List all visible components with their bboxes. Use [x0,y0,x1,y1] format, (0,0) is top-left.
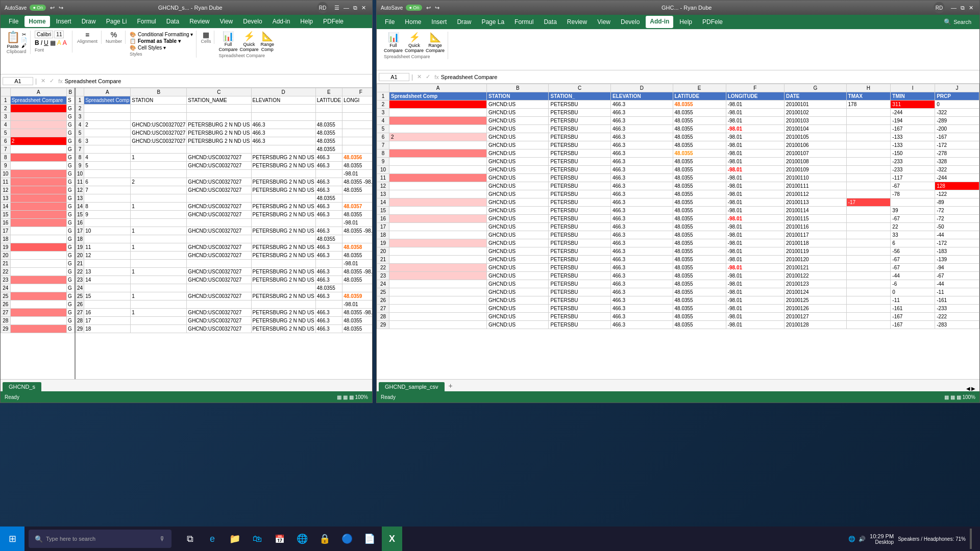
right-cell-i11[interactable]: -117 [891,174,935,182]
menu-data-right[interactable]: Data [540,16,560,28]
inner-cell-d15[interactable]: PETERSBURG 2 N ND US [251,211,315,219]
left-outer-row[interactable]: 23G [1,276,75,284]
left-outer-row[interactable]: 11G [1,178,75,186]
right-cell-g6[interactable]: 20100105 [785,133,847,141]
right-cell-j13[interactable]: -122 [935,190,979,198]
inner-cell-b16[interactable] [131,219,187,227]
right-cell-f2[interactable]: -98.01 [726,101,784,109]
right-cell-h19[interactable] [846,239,891,247]
right-cell-e4[interactable]: 48.0355 [673,117,726,125]
inner-cell-a8[interactable]: 4 [84,154,131,162]
left-outer-cell-a[interactable] [10,203,66,211]
right-cell-j27[interactable]: -233 [935,305,979,313]
right-cell-f6[interactable]: -98.01 [726,133,784,141]
right-cell-h5[interactable] [846,125,891,133]
right-cell-i29[interactable]: -167 [891,321,935,329]
right-cell-g22[interactable]: 20100121 [785,264,847,272]
right-cell-c14[interactable]: PETERSBU [549,198,611,207]
right-cell-d15[interactable]: 466.3 [610,207,673,215]
right-cell-c19[interactable]: PETERSBU [549,239,611,247]
right-cell-h20[interactable] [846,247,891,256]
right-cell-b6[interactable]: GHCND:US [486,133,549,141]
right-cell-h7[interactable] [846,141,891,149]
network-icon[interactable]: 🌐 [848,536,855,542]
left-outer-cell-a[interactable] [10,186,66,194]
right-cell-h25[interactable] [846,288,891,296]
left-outer-cell-b[interactable]: G [66,162,74,170]
inner-cell-c17[interactable]: GHCND:USC00327027 [187,227,251,235]
right-cell-g17[interactable]: 20100116 [785,223,847,231]
right-row[interactable]: 15GHCND:USPETERSBU466.348.0355-98.012010… [377,207,979,215]
inner-cell-e13[interactable]: 48.0355 [315,194,342,203]
right-cell-h21[interactable] [846,256,891,264]
inner-cell-d5[interactable]: 466.3 [251,129,315,137]
right-cell-c23[interactable]: PETERSBU [549,272,611,280]
inner-cell-f5[interactable] [342,129,372,137]
right-cell-i10[interactable]: -233 [891,166,935,174]
right-col-b[interactable]: B [486,84,549,92]
inner-cell-b24[interactable] [131,284,187,292]
right-cell-a8[interactable] [389,149,487,158]
right-col-g[interactable]: G [785,84,847,92]
menu-draw-right[interactable]: Draw [453,16,475,28]
right-cell-i27[interactable]: -161 [891,305,935,313]
right-cell-d16[interactable]: 466.3 [610,215,673,223]
right-cell-a17[interactable] [389,223,487,231]
right-cell-f12[interactable]: -98.01 [726,182,784,190]
inner-cell-d17[interactable]: PETERSBURG 2 N ND US [251,227,315,235]
left-outer-row[interactable]: 9G [1,162,75,170]
right-cell-f4[interactable]: -98.01 [726,117,784,125]
italic-btn[interactable]: I [41,39,42,46]
left-inner-row[interactable]: 5GHCND:USC00327027PETERSBURG 2 N ND US46… [76,129,373,137]
cut-copy-format[interactable]: ✂📄🖌 [21,32,27,48]
left-outer-cell-b[interactable]: G [66,211,74,219]
add-sheet-btn-right[interactable]: + [445,380,457,391]
menu-developer-left[interactable]: Develo [239,16,266,27]
right-cell-d27[interactable]: 466.3 [610,305,673,313]
right-cell-i21[interactable]: -67 [891,256,935,264]
right-cell-b16[interactable]: GHCND:US [486,215,549,223]
right-cell-f1[interactable]: LONGITUDE [726,92,784,101]
right-cell-i14[interactable] [891,198,935,207]
inner-cell-c4[interactable]: PETERSBURG 2 N ND US [187,121,251,129]
right-cell-g1[interactable]: DATE [785,92,847,101]
left-outer-cell-b[interactable]: G [66,276,74,284]
right-cell-j29[interactable]: -283 [935,321,979,329]
left-inner-row[interactable]: 21-98.01 [76,260,373,268]
right-cell-i4[interactable]: -194 [891,117,935,125]
right-cell-a19[interactable] [389,239,487,247]
right-row[interactable]: 62GHCND:USPETERSBU466.348.0355-98.012010… [377,133,979,141]
inner-cell-e1[interactable]: LATITUDE [315,96,342,105]
right-cell-j17[interactable]: -50 [935,223,979,231]
inner-cell-d27[interactable]: PETERSBURG 2 N ND US [251,309,315,317]
left-outer-cell-a[interactable] [10,252,66,260]
right-cell-j14[interactable]: -89 [935,198,979,207]
inner-cell-f15[interactable]: 48.0355 [342,211,372,219]
range-compare-btn[interactable]: 📐 Range Comp [260,31,274,52]
right-cell-i5[interactable]: -167 [891,125,935,133]
right-cell-a5[interactable] [389,125,487,133]
left-outer-cell-a[interactable] [10,317,66,325]
inner-col-c[interactable]: C [187,88,251,96]
right-cell-i19[interactable]: 6 [891,239,935,247]
right-cell-g28[interactable]: 20100127 [785,313,847,321]
right-cell-f3[interactable]: -98.01 [726,109,784,117]
right-cell-h26[interactable] [846,296,891,305]
left-outer-cell-a[interactable] [10,268,66,276]
right-cell-f27[interactable]: -98.01 [726,305,784,313]
left-outer-row[interactable]: 29G [1,325,75,333]
left-outer-cell-b[interactable]: G [66,129,74,137]
right-cell-f23[interactable]: -98.01 [726,272,784,280]
left-outer-cell-b[interactable]: G [66,170,74,178]
inner-cell-b6[interactable]: GHCND:USC00327027 [131,137,187,145]
right-cell-a13[interactable] [389,190,487,198]
inner-cell-d3[interactable] [251,113,315,121]
menu-pdf-left[interactable]: PDFele [319,16,348,27]
right-cell-j3[interactable]: -322 [935,109,979,117]
right-cell-i9[interactable]: -233 [891,158,935,166]
inner-col-d[interactable]: D [251,88,315,96]
right-cell-b19[interactable]: GHCND:US [486,239,549,247]
right-cell-g26[interactable]: 20100125 [785,296,847,305]
right-formula-func[interactable]: fx [434,74,439,80]
right-cell-j2[interactable]: 0 [935,101,979,109]
